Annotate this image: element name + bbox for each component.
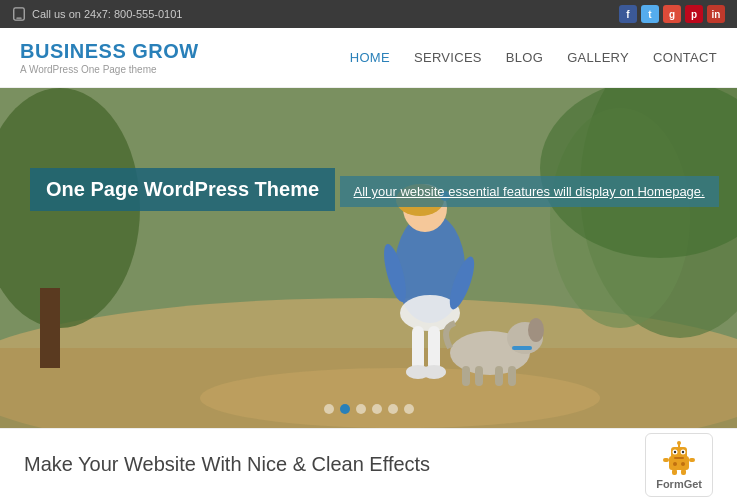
pinterest-icon[interactable]: p [685,5,703,23]
formget-label: FormGet [656,478,702,490]
dot-1[interactable] [324,404,334,414]
hero-background [0,88,737,428]
svg-point-35 [682,450,684,452]
svg-point-9 [200,368,600,428]
main-nav: HOME SERVICES BLOG GALLERY CONTACT [350,50,717,65]
hero-subtitle-link[interactable]: Homepage. [637,184,704,199]
svg-rect-43 [672,469,677,475]
hero-subtitle: All your website essential features will… [340,176,719,207]
dot-2[interactable] [340,404,350,414]
footer-bar: Make Your Website With Nice & Clean Effe… [0,428,737,500]
phone-info: Call us on 24x7: 800-555-0101 [12,7,182,21]
phone-icon [12,7,26,21]
googleplus-icon[interactable]: g [663,5,681,23]
svg-rect-18 [428,326,440,371]
svg-rect-44 [681,469,686,475]
footer-text: Make Your Website With Nice & Clean Effe… [24,453,430,476]
nav-services[interactable]: SERVICES [414,50,482,65]
nav-blog[interactable]: BLOG [506,50,543,65]
header: BUSINESS GROW A WordPress One Page theme… [0,28,737,88]
svg-point-34 [674,450,676,452]
hero-section: One Page WordPress Theme All your websit… [0,88,737,428]
phone-label: Call us on 24x7: 800-555-0101 [32,8,182,20]
logo-title: BUSINESS GROW [20,40,199,63]
svg-rect-42 [689,458,695,462]
logo: BUSINESS GROW A WordPress One Page theme [20,40,199,75]
nav-contact[interactable]: CONTACT [653,50,717,65]
linkedin-icon[interactable]: in [707,5,725,23]
dot-6[interactable] [404,404,414,414]
formget-robot-icon [661,440,697,476]
logo-subtitle: A WordPress One Page theme [20,64,199,75]
svg-point-39 [673,462,677,466]
svg-rect-26 [475,366,483,386]
svg-rect-1 [16,18,21,19]
svg-point-40 [681,462,685,466]
formget-badge[interactable]: FormGet [645,433,713,497]
svg-point-20 [422,365,446,379]
svg-rect-41 [663,458,669,462]
nav-home[interactable]: HOME [350,50,390,65]
top-bar: Call us on 24x7: 800-555-0101 f t g p in [0,0,737,28]
svg-point-37 [677,441,681,445]
twitter-icon[interactable]: t [641,5,659,23]
hero-dots [324,404,414,414]
svg-rect-25 [462,366,470,386]
svg-rect-17 [412,326,424,371]
social-icons: f t g p in [619,5,725,23]
svg-rect-38 [674,457,684,459]
nav-gallery[interactable]: GALLERY [567,50,629,65]
svg-rect-28 [508,366,516,386]
dot-4[interactable] [372,404,382,414]
hero-subtitle-text: All your website essential features will… [354,184,638,199]
svg-rect-27 [495,366,503,386]
dot-5[interactable] [388,404,398,414]
hero-content: One Page WordPress Theme All your websit… [30,168,719,219]
svg-point-23 [528,318,544,342]
hero-title: One Page WordPress Theme [30,168,335,211]
dot-3[interactable] [356,404,366,414]
svg-rect-24 [512,346,532,350]
svg-rect-6 [40,288,60,368]
facebook-icon[interactable]: f [619,5,637,23]
